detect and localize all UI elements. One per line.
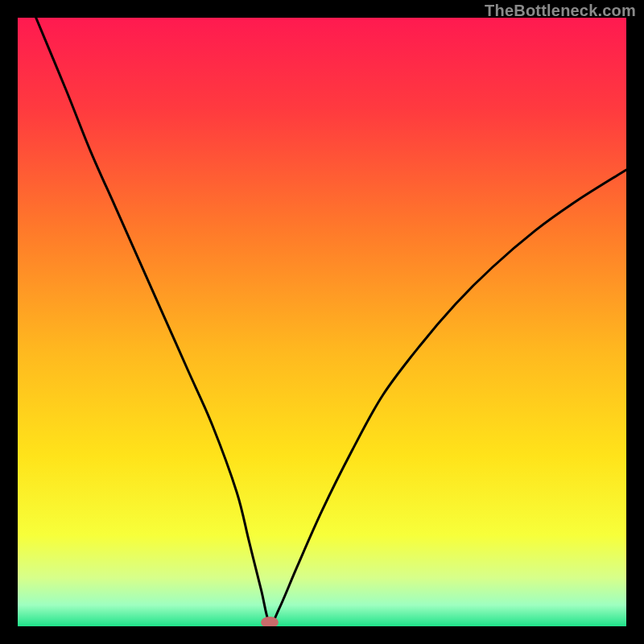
optimum-marker	[261, 617, 279, 626]
bottleneck-curve	[18, 18, 626, 626]
chart-frame: TheBottleneck.com	[0, 0, 644, 644]
plot-area	[18, 18, 626, 626]
watermark-text: TheBottleneck.com	[485, 2, 636, 20]
